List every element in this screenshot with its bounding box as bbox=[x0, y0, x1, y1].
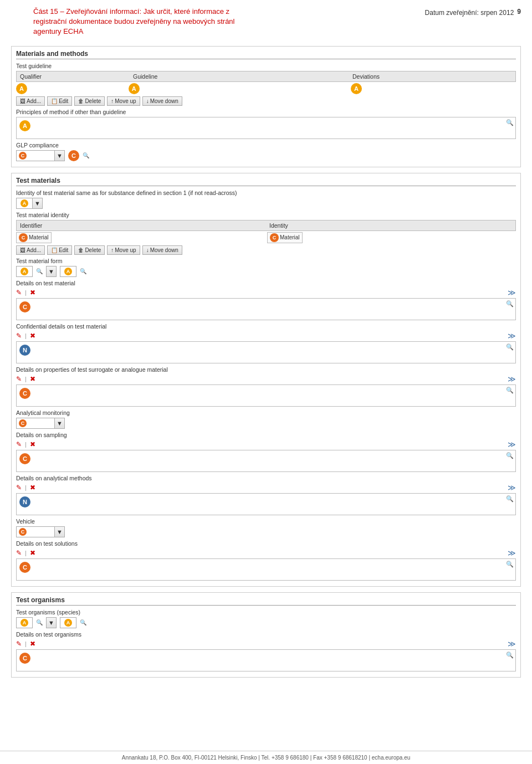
details-organisms-badge-C: C bbox=[19, 653, 30, 664]
details-organisms-expand-icon[interactable]: ≫ bbox=[508, 639, 516, 648]
guideline-movedown-button[interactable]: ↓ Move down bbox=[142, 96, 182, 106]
details-sampling-label: Details on sampling bbox=[16, 432, 516, 438]
details-properties-icon-row: ✎ | ✖ ≫ bbox=[16, 375, 516, 383]
details-organisms-delete-icon[interactable]: ✖ bbox=[30, 640, 35, 648]
qualifier-badge-A: A bbox=[16, 83, 27, 94]
details-sampling-field[interactable]: C 🔍 bbox=[16, 450, 516, 472]
identity-field-row: A ▼ bbox=[16, 198, 516, 209]
material-form-badge-A-left: A bbox=[21, 268, 28, 275]
test-guideline-toolbar: 🖼 Add... 📋 Edit 🗑 Delete ↑ Move up ↓ bbox=[16, 96, 516, 106]
details-analytical-label: Details on analytical methods bbox=[16, 475, 516, 481]
identity-edit-button[interactable]: 📋 Edit bbox=[47, 245, 72, 255]
details-properties-expand-icon[interactable]: ≫ bbox=[508, 375, 516, 383]
analytical-monitoring-row: C ▼ bbox=[16, 418, 516, 429]
guideline-delete-button[interactable]: 🗑 Delete bbox=[74, 96, 105, 106]
material-form-dropdown-arrow[interactable]: ▼ bbox=[46, 266, 57, 277]
test-organisms-species-label: Test organisms (species) bbox=[16, 609, 516, 616]
confidential-details-delete-icon[interactable]: ✖ bbox=[30, 332, 35, 340]
material-form-input-right[interactable]: A bbox=[60, 266, 76, 277]
details-sampling-badge-C: C bbox=[19, 453, 30, 464]
header-title: Část 15 – Zveřejňování informací: Jak ur… bbox=[33, 7, 235, 37]
material-form-input-left[interactable]: A bbox=[16, 266, 33, 277]
confidential-details-search-icon: 🔍 bbox=[506, 343, 514, 351]
details-test-material-search-icon: 🔍 bbox=[506, 300, 514, 307]
details-properties-wrapper: C 🔍 bbox=[16, 384, 516, 407]
details-analytical-field[interactable]: N 🔍 bbox=[16, 493, 516, 515]
identity-dropdown-wrapper[interactable]: A ▼ bbox=[16, 198, 43, 209]
identity-moveup-button[interactable]: ↑ Move up bbox=[107, 245, 140, 255]
guideline-edit-button[interactable]: 📋 Edit bbox=[47, 96, 72, 106]
details-test-solutions-delete-icon[interactable]: ✖ bbox=[30, 549, 35, 557]
details-properties-badge-C: C bbox=[19, 388, 30, 399]
details-analytical-expand-icon[interactable]: ≫ bbox=[508, 483, 516, 492]
details-properties-delete-icon[interactable]: ✖ bbox=[30, 375, 35, 383]
vehicle-dropdown-arrow[interactable]: ▼ bbox=[55, 526, 65, 537]
details-test-material-field[interactable]: C 🔍 bbox=[16, 298, 516, 320]
details-organisms-field[interactable]: C 🔍 bbox=[16, 649, 516, 671]
identity-material-badge: C Material bbox=[267, 232, 303, 243]
test-material-identity-header: Identifier Identity bbox=[16, 220, 516, 231]
details-test-material-wrapper: C 🔍 bbox=[16, 298, 516, 320]
details-test-material-edit-icon[interactable]: ✎ bbox=[16, 289, 22, 296]
details-sampling-edit-icon[interactable]: ✎ bbox=[16, 440, 22, 448]
details-sampling-icon-row: ✎ | ✖ ≫ bbox=[16, 440, 516, 449]
details-test-material-delete-icon[interactable]: ✖ bbox=[30, 289, 35, 296]
identity-dropdown-arrow[interactable]: ▼ bbox=[33, 198, 43, 209]
principles-wrapper: A 🔍 bbox=[16, 117, 516, 139]
test-material-identity-toolbar: 🖼 Add... 📋 Edit 🗑 Delete ↑ Move up ↓ bbox=[16, 245, 516, 255]
details-test-solutions-icon-row: ✎ | ✖ ≫ bbox=[16, 548, 516, 557]
principles-search-icon: 🔍 bbox=[506, 119, 514, 126]
confidential-details-field[interactable]: N 🔍 bbox=[16, 341, 516, 363]
header-date-section: Datum zveřejnění: srpen 2012 9 bbox=[425, 7, 521, 17]
identifier-C-badge: C bbox=[19, 233, 28, 242]
principles-badge-A: A bbox=[19, 120, 30, 131]
details-test-material-badge-C: C bbox=[19, 301, 30, 312]
details-test-material-expand-icon[interactable]: ≫ bbox=[508, 288, 516, 297]
confidential-details-icon-row: ✎ | ✖ ≫ bbox=[16, 331, 516, 340]
details-properties-field[interactable]: C 🔍 bbox=[16, 384, 516, 407]
details-test-solutions-edit-icon[interactable]: ✎ bbox=[16, 549, 22, 557]
identity-movedown-button[interactable]: ↓ Move down bbox=[142, 245, 182, 255]
guideline-badge-row: A A A bbox=[16, 83, 516, 94]
details-organisms-edit-icon[interactable]: ✎ bbox=[16, 640, 22, 648]
details-properties-edit-icon[interactable]: ✎ bbox=[16, 375, 22, 383]
species-dropdown-arrow[interactable]: ▼ bbox=[46, 617, 57, 628]
species-badge-A-left: A bbox=[21, 619, 28, 627]
identity-delete-button[interactable]: 🗑 Delete bbox=[74, 245, 105, 255]
glp-dropdown-arrow[interactable]: ▼ bbox=[55, 150, 65, 161]
identity-add-button[interactable]: 🖼 Add... bbox=[16, 245, 45, 255]
vehicle-dropdown-wrapper[interactable]: C ▼ bbox=[16, 526, 65, 537]
analytical-dropdown-wrapper[interactable]: C ▼ bbox=[16, 418, 65, 429]
edit-icon: 📋 bbox=[51, 98, 58, 104]
glp-dropdown-wrapper[interactable]: C ▼ bbox=[16, 150, 65, 161]
glp-input[interactable]: C bbox=[16, 150, 55, 161]
guideline-add-button[interactable]: 🖼 Add... bbox=[16, 96, 45, 106]
col-identifier-header: Identifier bbox=[17, 221, 266, 230]
add-icon: 🖼 bbox=[20, 98, 25, 104]
guideline-moveup-button[interactable]: ↑ Move up bbox=[107, 96, 140, 106]
glp-search-icon: 🔍 bbox=[83, 152, 89, 158]
principles-field[interactable]: A 🔍 bbox=[16, 117, 516, 139]
confidential-details-label: Confidential details on test material bbox=[16, 323, 516, 330]
details-test-solutions-field[interactable]: C 🔍 bbox=[16, 558, 516, 581]
confidential-details-expand-icon[interactable]: ≫ bbox=[508, 331, 516, 340]
header-date: Datum zveřejnění: srpen 2012 bbox=[425, 7, 514, 17]
details-analytical-wrapper: N 🔍 bbox=[16, 493, 516, 515]
confidential-details-edit-icon[interactable]: ✎ bbox=[16, 332, 22, 340]
analytical-input[interactable]: C bbox=[16, 418, 55, 429]
test-materials-title: Test materials bbox=[16, 177, 516, 186]
materials-methods-title: Materials and methods bbox=[16, 50, 516, 59]
details-analytical-search-icon: 🔍 bbox=[506, 495, 514, 503]
material-form-search-icon2: 🔍 bbox=[80, 268, 86, 274]
details-sampling-expand-icon[interactable]: ≫ bbox=[508, 440, 516, 449]
species-input-left[interactable]: A bbox=[16, 617, 33, 628]
species-input-right[interactable]: A bbox=[60, 617, 76, 628]
test-organisms-species-row: A 🔍 ▼ A 🔍 bbox=[16, 617, 516, 628]
details-sampling-delete-icon[interactable]: ✖ bbox=[30, 440, 35, 448]
vehicle-input[interactable]: C bbox=[16, 526, 55, 537]
details-analytical-edit-icon[interactable]: ✎ bbox=[16, 484, 22, 491]
details-test-solutions-expand-icon[interactable]: ≫ bbox=[508, 548, 516, 557]
details-analytical-delete-icon[interactable]: ✖ bbox=[30, 484, 35, 491]
identity-input[interactable]: A bbox=[16, 198, 33, 209]
analytical-dropdown-arrow[interactable]: ▼ bbox=[55, 418, 65, 429]
